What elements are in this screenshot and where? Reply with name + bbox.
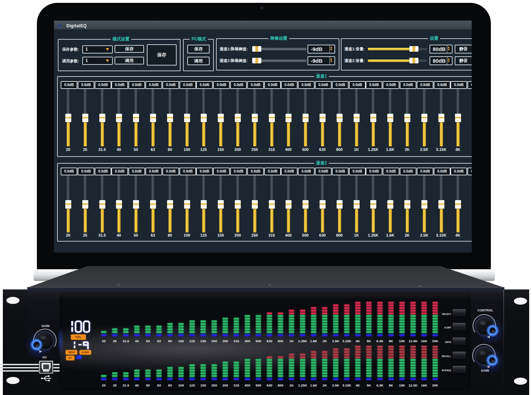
svg-text:200: 200 [211, 339, 217, 343]
svg-text:250: 250 [222, 339, 228, 343]
svg-text:31.5: 31.5 [123, 383, 129, 387]
svg-text:400: 400 [245, 339, 250, 343]
svg-text:1.6K: 1.6K [310, 339, 317, 343]
svg-text:630: 630 [267, 383, 272, 387]
svg-text:12.5K: 12.5K [409, 339, 417, 343]
svg-text:8K: 8K [389, 383, 393, 387]
svg-text:20K: 20K [432, 339, 438, 343]
svg-text:2K: 2K [322, 339, 327, 343]
svg-text:150: 150 [200, 383, 206, 387]
svg-text:3.15K: 3.15K [342, 383, 351, 387]
svg-text:125: 125 [189, 383, 195, 387]
svg-text:80: 80 [168, 383, 172, 387]
svg-text:25: 25 [113, 383, 117, 387]
svg-text:315: 315 [233, 383, 239, 387]
svg-text:25: 25 [113, 339, 117, 343]
svg-text:6.3K: 6.3K [376, 339, 383, 343]
svg-text:50: 50 [146, 383, 150, 387]
svg-text:800: 800 [278, 339, 283, 343]
svg-text:8K: 8K [389, 339, 393, 343]
svg-text:50: 50 [146, 339, 150, 343]
svg-text:6.3K: 6.3K [376, 383, 383, 387]
svg-text:16K: 16K [421, 383, 427, 387]
svg-text:40: 40 [135, 383, 139, 387]
svg-text:500: 500 [256, 383, 261, 387]
svg-text:2.5K: 2.5K [332, 383, 339, 387]
svg-text:2.5K: 2.5K [332, 339, 339, 343]
svg-text:630: 630 [267, 339, 272, 343]
svg-text:3.15K: 3.15K [342, 339, 351, 343]
svg-text:10K: 10K [399, 383, 405, 387]
svg-text:10K: 10K [399, 339, 405, 343]
svg-text:250: 250 [222, 383, 228, 387]
svg-text:5K: 5K [367, 383, 371, 387]
svg-text:12.5K: 12.5K [409, 383, 417, 387]
svg-text:63: 63 [157, 339, 161, 343]
svg-text:63: 63 [157, 383, 161, 387]
svg-text:80: 80 [168, 339, 172, 343]
svg-text:315: 315 [233, 339, 239, 343]
svg-text:150: 150 [200, 339, 206, 343]
svg-text:1.25K: 1.25K [298, 339, 307, 343]
svg-text:1K: 1K [289, 383, 294, 387]
svg-text:5K: 5K [367, 339, 371, 343]
svg-text:1.6K: 1.6K [310, 383, 317, 387]
svg-text:31.5: 31.5 [123, 339, 129, 343]
svg-text:125: 125 [189, 339, 195, 343]
svg-text:20: 20 [102, 383, 106, 387]
svg-text:1.25K: 1.25K [298, 383, 307, 387]
svg-text:20: 20 [102, 339, 106, 343]
svg-text:100: 100 [178, 383, 184, 387]
svg-text:4K: 4K [356, 339, 360, 343]
svg-text:800: 800 [278, 383, 283, 387]
svg-text:40: 40 [135, 339, 139, 343]
svg-text:400: 400 [245, 383, 250, 387]
svg-text:100: 100 [178, 339, 184, 343]
svg-text:4K: 4K [356, 383, 360, 387]
svg-text:16K: 16K [421, 339, 427, 343]
svg-text:500: 500 [256, 339, 261, 343]
svg-text:20K: 20K [432, 383, 438, 387]
svg-text:1K: 1K [289, 339, 294, 343]
svg-text:2K: 2K [322, 383, 327, 387]
svg-text:200: 200 [211, 383, 217, 387]
